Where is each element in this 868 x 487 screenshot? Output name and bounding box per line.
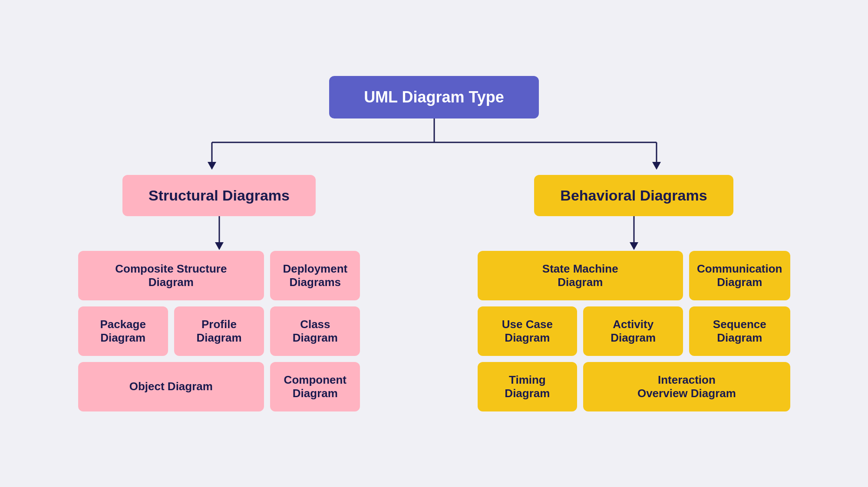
communication-diagram: CommunicationDiagram [689,251,790,300]
behavioral-down-connector [621,216,647,251]
svg-marker-5 [652,162,661,170]
state-machine-diagram: State MachineDiagram [478,251,683,300]
behavioral-diagrams-box: Behavioral Diagrams [534,175,733,216]
top-connector-svg [78,118,790,175]
behavioral-label: Behavioral Diagrams [560,187,707,204]
interaction-overview-diagram: InteractionOverview Diagram [583,362,790,411]
behavioral-grid: State MachineDiagram CommunicationDiagra… [478,251,790,411]
behavioral-branch: Behavioral Diagrams State MachineDiagram… [478,175,790,411]
sequence-diagram: SequenceDiagram [689,306,790,356]
activity-diagram: ActivityDiagram [583,306,683,356]
structural-diagrams-box: Structural Diagrams [122,175,316,216]
profile-diagram: ProfileDiagram [174,306,264,356]
timing-diagram: Timing Diagram [478,362,578,411]
root-node: UML Diagram Type [329,76,539,118]
deployment-diagrams: DeploymentDiagrams [270,251,360,300]
structural-branch: Structural Diagrams Composite StructureD… [78,175,360,411]
structural-down-connector [206,216,232,251]
use-case-diagram: Use CaseDiagram [478,306,578,356]
svg-marker-3 [208,162,216,170]
object-diagram: Object Diagram [78,362,264,411]
class-diagram: ClassDiagram [270,306,360,356]
package-diagram: PackageDiagram [78,306,168,356]
structural-label: Structural Diagrams [149,187,290,204]
component-diagram: ComponentDiagram [270,362,360,411]
svg-marker-9 [630,242,638,250]
svg-marker-7 [215,242,224,250]
diagram-container: UML Diagram Type Structural Diagrams [43,59,825,429]
root-label: UML Diagram Type [364,88,504,106]
structural-grid: Composite StructureDiagram DeploymentDia… [78,251,360,411]
composite-structure-diagram: Composite StructureDiagram [78,251,264,300]
two-branches: Structural Diagrams Composite StructureD… [78,175,790,411]
